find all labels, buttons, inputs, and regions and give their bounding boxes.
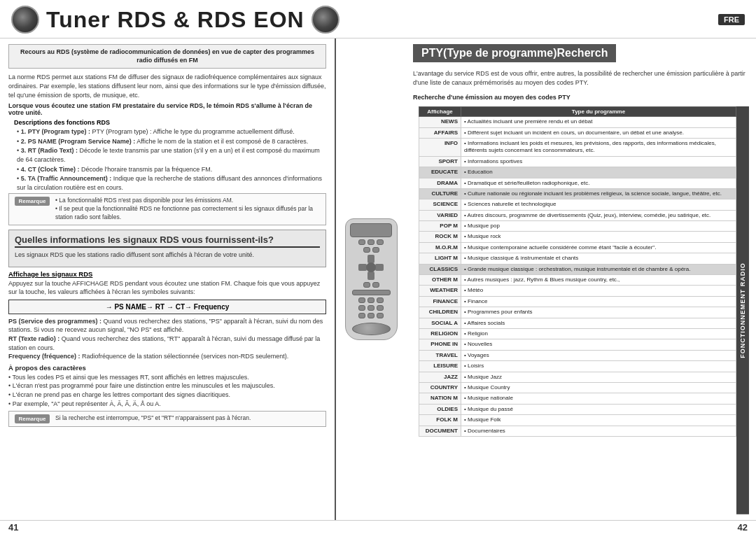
remote-num-3 [377,297,384,303]
function-item: 4. CT (Clock Time) : Décode l'horaire tr… [17,165,326,174]
info-box: Recours au RDS (système de radiocommunic… [8,44,326,69]
affichage-text: Appuyez sur la touche AFFICHAGE RDS pend… [8,279,326,297]
remarque-label-2: Remarque [15,414,50,423]
table-row: ROCK M• Musique rock [419,232,736,242]
remote-btn-2 [368,239,374,245]
remote-btn-6 [363,282,370,288]
table-row: AFFAIRS• Différent sujet incluant un inc… [419,127,736,138]
remote-lower-row [363,282,379,288]
remote-num-5 [368,305,374,311]
remarque-text-1: • La fonctionnalité RDS n'est pas dispon… [55,197,320,222]
table-row: PHONE IN• Nouvelles [419,339,736,350]
remote-btn-5 [372,247,379,253]
remote-top-buttons [358,239,384,245]
col-type: Type du programme [461,107,736,117]
table-row: EDUCATE• Education [419,167,736,178]
left-bold-text: Lorsque vous écoutez une station FM pres… [8,102,326,116]
remote-btn-7 [372,282,379,288]
fre-badge: FRE [718,14,745,25]
table-row: SOCIAL A• Affaires socials [419,318,736,328]
functions-title: Descriptions des fonctions RDS [14,119,326,126]
ps-desc: PS (Service des programmes) : Quand vous… [8,317,326,361]
table-row: SPORT• Informations sportives [419,156,736,167]
remote-dpad-right [375,264,384,271]
ps-name-flow: → PS NAME→ RT → CT→ Frequency [8,300,326,314]
table-row: INFO• Informations incluant les poids et… [419,138,736,156]
table-row: VARIED• Autres discours, programme de di… [419,210,736,220]
remote-num-4 [358,305,365,311]
remote-dpad [358,255,384,280]
section2-intro: Les signaux RDS que les stations radio d… [15,251,320,260]
table-row: M.O.R.M• Musique contemporaine actuelle … [419,242,736,253]
remote-num-row2 [358,305,384,311]
remote-screen [350,223,392,237]
speaker-icon-right [312,6,340,34]
table-row: NEWS• Actualités incluant une première r… [419,117,736,127]
section2-title: Quelles informations les signaux RDS vou… [15,234,320,248]
table-row: FOLK M• Musique Folk [419,415,736,426]
page-title: Tuner RDS & RDS EON [46,7,304,33]
functions-list: Descriptions des fonctions RDS 1. PTY (P… [8,119,326,192]
section2-box: Quelles informations les signaux RDS vou… [8,230,326,267]
right-panel: PTY(Type de programme)Recherch L'avantag… [406,38,756,520]
header: Tuner RDS & RDS EON FRE [0,0,756,38]
remote-num-7 [358,313,365,318]
remote-btn-3 [377,239,384,245]
table-row: DOCUMENT• Documentaires [419,426,736,436]
table-row: CULTURE• Culture nationale ou régionale … [419,188,736,199]
pty-table: Affichage Type du programme NEWS• Actual… [419,106,736,437]
table-row: SCIENCE• Sciences naturelle et technolog… [419,199,736,210]
remote-btn-4 [363,247,370,253]
remarque-box-1: Remarque • La fonctionnalité RDS n'est p… [8,193,326,225]
pty-intro: L'avantage du service RDS est de vous of… [413,69,749,87]
table-area: Affichage Type du programme NEWS• Actual… [419,106,749,514]
table-row: LIGHT M• Musique classique & instrumenta… [419,253,736,264]
remote-num-1 [358,297,365,303]
remote-btn-wide [352,290,391,295]
remote-speaker-bottom [352,323,391,335]
pty-title: PTY(Type de programme)Recherch [413,44,616,62]
table-row: TRAVEL• Voyages [419,350,736,360]
table-row: NATION M• Musique nationale [419,393,736,404]
table-row: JAZZ• Musique Jazz [419,372,736,382]
remarque-label: Remarque [15,197,50,206]
remote-num-2 [368,297,374,303]
page-num-right: 42 [738,522,748,533]
remote-column [336,38,406,520]
remote-num-9 [377,313,384,318]
table-row: RELIGION• Religion [419,329,736,339]
table-row: OLDIES• Musique du passé [419,404,736,414]
remarque-text-2: Si la recherche est interrompue, "PS" et… [55,414,251,423]
remote-mid-row [363,247,379,253]
table-row: CHILDREN• Programmes pour enfants [419,307,736,318]
remote-num-8 [368,313,374,318]
function-item: 3. RT (Radio Text) : Décode le texte tra… [17,146,326,164]
page-numbers: 41 42 [0,520,756,534]
function-item: 1. PTY (Program type) : PTY (Program typ… [17,127,326,136]
apropos-title: À propos des caractères [8,364,326,372]
remote-bottom-row [352,290,391,295]
table-row: OTHER M• Autres musiques : jazz, Rythm &… [419,275,736,286]
remote-num-6 [377,305,384,311]
remote-dpad-down [368,272,374,280]
page-num-left: 41 [8,522,18,533]
speaker-icon-left [11,6,39,34]
col-affichage: Affichage [419,107,461,117]
remote-num-row3 [358,313,384,318]
function-item: 5. TA (Traffic Announcement) : Indique q… [17,174,326,192]
remote-dpad-center [366,262,376,272]
remote-num-row [358,297,384,303]
table-row: WEATHER• Météo [419,286,736,296]
pty-table-wrapper: Affichage Type du programme NEWS• Actual… [419,106,736,514]
left-intro-text: La norme RDS permet aux stations FM de d… [8,73,326,99]
table-row: POP M• Musique pop [419,221,736,232]
remote-btn-1 [358,239,365,245]
search-title: Recherche d'une émission au moyen des co… [413,94,749,101]
table-row: LEISURE• Loisirs [419,361,736,372]
remarque-box-2: Remarque Si la recherche est interrompue… [8,411,326,427]
affichage-section: Affichage les signaux RDS Appuyez sur la… [8,270,326,428]
function-item: 2. PS NAME (Program Service Name) : Affi… [17,137,326,146]
left-panel: Recours au RDS (système de radiocommunic… [0,38,336,520]
apropos-text: • Tous les codes PS et ainsi que les mes… [8,373,326,408]
table-row: FINANCE• Finance [419,296,736,307]
